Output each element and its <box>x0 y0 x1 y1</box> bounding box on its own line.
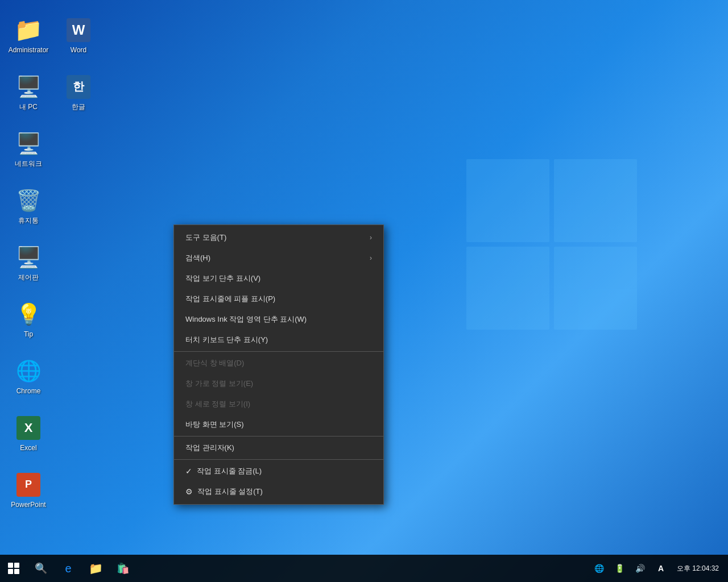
context-menu: 도구 모음(T) › 검색(H) › 작업 보기 단추 표시(V) 작업 표시줄… <box>173 225 384 505</box>
menu-item-touch[interactable]: 터치 키보드 단추 표시(Y) <box>174 330 383 350</box>
menu-divider-3 <box>174 459 383 460</box>
windows-icon <box>8 563 19 574</box>
start-button[interactable] <box>0 555 27 582</box>
tray-clock[interactable]: 오후 12:04:32 <box>672 555 723 582</box>
taskbar-edge-icon[interactable]: e <box>55 555 82 582</box>
menu-item-lock[interactable]: ✓ 작업 표시줄 잠금(L) <box>174 461 383 481</box>
menu-item-search[interactable]: 검색(H) › <box>174 248 383 268</box>
menu-divider-1 <box>174 351 383 352</box>
menu-item-showpinned[interactable]: 작업 표시줄에 피플 표시(P) <box>174 289 383 309</box>
menu-item-cascade: 계단식 창 배열(D) <box>174 353 383 373</box>
desktop-icon-hangul[interactable]: 한 한글 <box>56 63 101 114</box>
taskbar-store-icon[interactable]: 🛍️ <box>109 555 136 582</box>
menu-item-sideside: 창 가로 정렬 보기(E) <box>174 373 383 394</box>
tray-battery-icon[interactable]: 🔋 <box>611 555 629 582</box>
tray-network-icon[interactable]: 🌐 <box>590 555 609 582</box>
checkmark-icon: ✓ <box>185 467 192 476</box>
desktop-icon-control[interactable]: 🖥️ 제어판 <box>6 233 51 284</box>
menu-divider-2 <box>174 436 383 436</box>
taskbar: 🔍 e 📁 🛍️ 🌐 🔋 🔊 A <box>0 555 728 582</box>
desktop: 📁 Administrator Word 🖥️ 내 PC 한 한글 <box>0 0 728 582</box>
arrow-icon: › <box>370 234 372 242</box>
windows-logo-watermark <box>466 159 648 341</box>
menu-item-showdesktop[interactable]: 바탕 화면 보기(S) <box>174 414 383 435</box>
gear-icon: ⚙ <box>185 487 193 496</box>
menu-item-taskmanager[interactable]: 작업 관리자(K) <box>174 438 383 458</box>
menu-item-tools[interactable]: 도구 모음(T) › <box>174 227 383 248</box>
desktop-icon-word[interactable]: Word <box>56 6 101 57</box>
tray-volume-icon[interactable]: 🔊 <box>631 555 650 582</box>
taskbar-search-icon[interactable]: 🔍 <box>27 555 55 582</box>
taskbar-explorer-icon[interactable]: 📁 <box>82 555 109 582</box>
tray-language-indicator[interactable]: A <box>652 555 670 582</box>
arrow-icon: › <box>370 254 372 262</box>
menu-item-stacked: 창 세로 정렬 보기(I) <box>174 394 383 414</box>
taskbar-tray: 🌐 🔋 🔊 A 오후 12:04:32 <box>590 555 728 582</box>
desktop-icon-recycle[interactable]: 🗑️ 휴지통 <box>6 176 51 227</box>
tray-ampm-time: 오후 12:04:32 <box>677 564 719 573</box>
menu-item-settings[interactable]: ⚙ 작업 표시줄 설정(T) <box>174 481 383 502</box>
desktop-icon-chrome[interactable]: 🌐 Chrome <box>6 347 51 398</box>
desktop-icon-administrator[interactable]: 📁 Administrator <box>6 6 51 57</box>
desktop-icon-tip[interactable]: 💡 Tip <box>6 290 51 341</box>
desktop-icon-mypc[interactable]: 🖥️ 내 PC <box>6 63 51 114</box>
desktop-icon-network[interactable]: 🖥️ 네트워크 <box>6 119 51 171</box>
desktop-icon-excel[interactable]: X Excel <box>6 404 51 455</box>
menu-item-winink[interactable]: Windows Ink 작업 영역 단추 표시(W) <box>174 309 383 330</box>
desktop-icon-powerpoint[interactable]: P PowerPoint <box>6 460 51 512</box>
menu-item-taskview[interactable]: 작업 보기 단추 표시(V) <box>174 268 383 289</box>
